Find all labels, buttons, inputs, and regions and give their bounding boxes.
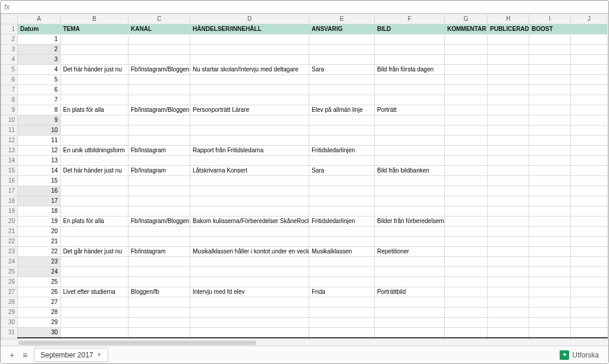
cell[interactable]	[529, 318, 571, 328]
cell[interactable]: Det här händer just nu	[61, 65, 128, 75]
cell[interactable]: 30	[18, 328, 61, 338]
cell[interactable]: Nu startar skolan/Intervju med deltagare	[190, 65, 309, 75]
cell[interactable]: 18	[18, 206, 61, 216]
cell[interactable]: 11	[18, 136, 61, 146]
cell[interactable]	[488, 85, 529, 95]
cell[interactable]	[375, 75, 445, 85]
cell[interactable]	[375, 206, 445, 216]
cell[interactable]	[128, 55, 190, 65]
col-header[interactable]: C	[128, 14, 190, 24]
cell[interactable]	[61, 156, 128, 166]
cell[interactable]	[128, 176, 190, 186]
row-header[interactable]: 16	[1, 176, 18, 186]
cell[interactable]	[375, 257, 445, 267]
cell[interactable]	[529, 237, 571, 247]
cell[interactable]: 15	[18, 176, 61, 186]
row-header[interactable]: 24	[1, 257, 18, 267]
cell[interactable]	[190, 95, 309, 105]
cell[interactable]	[375, 34, 445, 45]
cell[interactable]	[445, 216, 488, 227]
cell[interactable]	[375, 146, 445, 156]
cell[interactable]	[571, 186, 608, 196]
cell[interactable]	[128, 277, 190, 287]
cell[interactable]	[309, 206, 375, 216]
cell[interactable]	[571, 24, 608, 34]
cell[interactable]	[190, 297, 309, 307]
cell[interactable]: 7	[18, 95, 61, 105]
cell[interactable]	[571, 318, 608, 328]
row-header[interactable]: 19	[1, 206, 18, 216]
row-header[interactable]: 21	[1, 227, 18, 237]
cell[interactable]	[529, 277, 571, 287]
cell[interactable]	[488, 55, 529, 65]
row-header[interactable]: 31	[1, 328, 18, 338]
cell[interactable]: 20	[18, 227, 61, 237]
cell[interactable]	[309, 237, 375, 247]
cell[interactable]	[190, 277, 309, 287]
cell[interactable]	[529, 105, 571, 115]
cell[interactable]	[488, 95, 529, 105]
col-header[interactable]: D	[190, 14, 309, 24]
cell[interactable]	[61, 186, 128, 196]
cell[interactable]	[190, 257, 309, 267]
cell[interactable]: 8	[18, 105, 61, 115]
row-header[interactable]: 2	[1, 34, 18, 45]
row-header[interactable]: 9	[1, 105, 18, 115]
cell[interactable]	[571, 237, 608, 247]
cell[interactable]	[488, 105, 529, 115]
cell[interactable]	[128, 257, 190, 267]
cell[interactable]: 2	[18, 45, 61, 55]
col-header[interactable]: F	[375, 14, 445, 24]
cell[interactable]	[445, 115, 488, 125]
cell[interactable]: 19	[18, 216, 61, 227]
header-ansvarig[interactable]: ANSVARIG	[309, 24, 375, 34]
cell[interactable]	[190, 186, 309, 196]
cell[interactable]	[190, 176, 309, 186]
cell[interactable]: En plats för alla	[61, 216, 128, 227]
cell[interactable]: Bild från bildbanken	[375, 166, 445, 176]
row-header[interactable]: 20	[1, 216, 18, 227]
cell[interactable]	[529, 287, 571, 297]
cell[interactable]: 26	[18, 287, 61, 297]
cell[interactable]	[529, 328, 571, 338]
cell[interactable]	[61, 125, 128, 136]
cell[interactable]	[445, 65, 488, 75]
cell[interactable]: 3	[18, 55, 61, 65]
cell[interactable]	[529, 166, 571, 176]
cell[interactable]	[488, 247, 529, 257]
cell[interactable]	[445, 247, 488, 257]
cell[interactable]	[190, 307, 309, 318]
cell[interactable]	[309, 156, 375, 166]
cell[interactable]	[488, 237, 529, 247]
cell[interactable]	[488, 216, 529, 227]
cell[interactable]	[571, 247, 608, 257]
cell[interactable]	[488, 257, 529, 267]
cell[interactable]: 14	[18, 166, 61, 176]
cell[interactable]	[128, 186, 190, 196]
cell[interactable]: 29	[18, 318, 61, 328]
horizontal-scrollbar[interactable]	[1, 340, 608, 346]
cell[interactable]	[571, 297, 608, 307]
cell[interactable]	[571, 156, 608, 166]
cell[interactable]	[445, 166, 488, 176]
cell[interactable]	[445, 45, 488, 55]
header-kommentar[interactable]: KOMMENTAR	[445, 24, 488, 34]
cell[interactable]	[61, 267, 128, 277]
header-handelser[interactable]: HÄNDELSER/INNEHÅLL	[190, 24, 309, 34]
cell[interactable]	[529, 55, 571, 65]
cell[interactable]	[190, 85, 309, 95]
cell[interactable]	[488, 277, 529, 287]
cell[interactable]	[375, 267, 445, 277]
cell[interactable]: 9	[18, 115, 61, 125]
cell[interactable]	[61, 297, 128, 307]
row-header[interactable]: 8	[1, 95, 18, 105]
cell[interactable]	[190, 75, 309, 85]
cell[interactable]	[375, 136, 445, 146]
cell[interactable]	[445, 105, 488, 115]
cell[interactable]: 10	[18, 125, 61, 136]
cell[interactable]	[488, 45, 529, 55]
cell[interactable]	[445, 136, 488, 146]
cell[interactable]	[190, 156, 309, 166]
cell[interactable]	[375, 318, 445, 328]
cell[interactable]: Fb/Instagram/Bloggen	[128, 65, 190, 75]
